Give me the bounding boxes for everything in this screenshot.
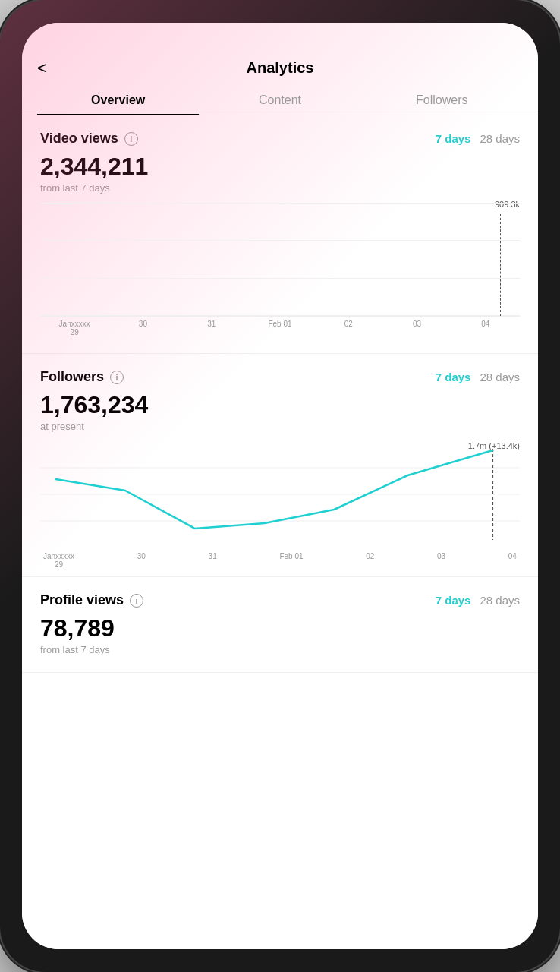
line-label-2: 31 bbox=[209, 552, 217, 569]
phone-screen: < Analytics Overview Content Followers V… bbox=[22, 23, 538, 949]
followers-title-group: Followers i bbox=[40, 369, 124, 385]
line-label-4: 02 bbox=[366, 552, 374, 569]
phone-device: < Analytics Overview Content Followers V… bbox=[0, 0, 560, 972]
followers-annotation: 1.7m (+13.4k) bbox=[468, 441, 520, 450]
tab-content[interactable]: Content bbox=[199, 86, 360, 115]
followers-title: Followers bbox=[40, 369, 104, 385]
profile-views-header: Profile views i 7 days 28 days bbox=[40, 592, 520, 608]
bar-chart-container bbox=[40, 203, 520, 317]
video-views-info-icon[interactable]: i bbox=[124, 132, 138, 146]
video-views-sub: from last 7 days bbox=[40, 182, 520, 194]
header: < Analytics bbox=[22, 50, 538, 86]
bar-label-6: 04 bbox=[455, 320, 517, 336]
video-views-header: Video views i 7 days 28 days bbox=[40, 131, 520, 147]
profile-views-section: Profile views i 7 days 28 days 78,789 fr… bbox=[22, 577, 538, 673]
grid-line-2 bbox=[40, 240, 520, 241]
bar-labels: Janxxxxx29 30 31 Feb 01 02 03 04 bbox=[40, 320, 520, 336]
line-label-3: Feb 01 bbox=[279, 552, 303, 569]
followers-sub: at present bbox=[40, 421, 520, 432]
video-views-value: 2,344,211 bbox=[40, 153, 520, 181]
video-views-period-buttons: 7 days 28 days bbox=[436, 132, 520, 145]
grid-line-3 bbox=[40, 278, 520, 279]
grid-lines bbox=[40, 203, 520, 316]
line-label-5: 03 bbox=[437, 552, 445, 569]
profile-views-7days-btn[interactable]: 7 days bbox=[436, 594, 471, 607]
bar-label-0: Janxxxxx29 bbox=[43, 320, 105, 336]
video-views-7days-btn[interactable]: 7 days bbox=[436, 132, 471, 145]
profile-views-title: Profile views bbox=[40, 592, 124, 608]
video-views-title: Video views bbox=[40, 131, 118, 147]
bar-label-1: 30 bbox=[112, 320, 174, 336]
profile-views-28days-btn[interactable]: 28 days bbox=[480, 594, 520, 607]
video-views-section: Video views i 7 days 28 days 2,344,211 f… bbox=[22, 115, 538, 354]
followers-period-buttons: 7 days 28 days bbox=[436, 371, 520, 383]
profile-views-value: 78,789 bbox=[40, 614, 520, 642]
video-views-title-group: Video views i bbox=[40, 131, 138, 147]
followers-28days-btn[interactable]: 28 days bbox=[480, 371, 520, 383]
line-label-6: 04 bbox=[508, 552, 517, 569]
page-title: Analytics bbox=[247, 59, 314, 77]
profile-views-sub: from last 7 days bbox=[40, 644, 520, 655]
bar-dashed-line bbox=[500, 214, 501, 316]
tab-followers[interactable]: Followers bbox=[361, 86, 523, 115]
video-views-28days-btn[interactable]: 28 days bbox=[480, 132, 520, 145]
back-button[interactable]: < bbox=[37, 58, 47, 78]
followers-7days-btn[interactable]: 7 days bbox=[436, 371, 471, 383]
grid-line-4 bbox=[40, 315, 520, 316]
video-views-chart: 909.3k bbox=[40, 203, 520, 339]
bar-label-4: 02 bbox=[317, 320, 379, 336]
bar-label-3: Feb 01 bbox=[249, 320, 311, 336]
bar-label-5: 03 bbox=[385, 320, 448, 336]
app-content: < Analytics Overview Content Followers V… bbox=[22, 50, 538, 949]
followers-info-icon[interactable]: i bbox=[110, 371, 124, 384]
tabs-bar: Overview Content Followers bbox=[22, 86, 538, 115]
grid-line-1 bbox=[40, 203, 520, 204]
line-labels: Janxxxxx29 30 31 Feb 01 02 03 04 bbox=[40, 551, 520, 569]
line-chart-svg bbox=[40, 441, 520, 548]
followers-header: Followers i 7 days 28 days bbox=[40, 369, 520, 385]
followers-section: Followers i 7 days 28 days 1,763,234 at … bbox=[22, 354, 538, 577]
line-label-0: Janxxxxx29 bbox=[43, 552, 74, 569]
bar-label-2: 31 bbox=[181, 320, 243, 336]
followers-value: 1,763,234 bbox=[40, 391, 520, 419]
tab-overview[interactable]: Overview bbox=[37, 86, 199, 115]
status-bar bbox=[22, 23, 538, 50]
profile-views-title-group: Profile views i bbox=[40, 592, 143, 608]
followers-chart: 1.7m (+13.4k) Janxxxxx29 30 bbox=[40, 441, 520, 563]
profile-views-info-icon[interactable]: i bbox=[130, 594, 143, 608]
line-label-1: 30 bbox=[137, 552, 146, 569]
profile-views-period-buttons: 7 days 28 days bbox=[436, 594, 520, 607]
